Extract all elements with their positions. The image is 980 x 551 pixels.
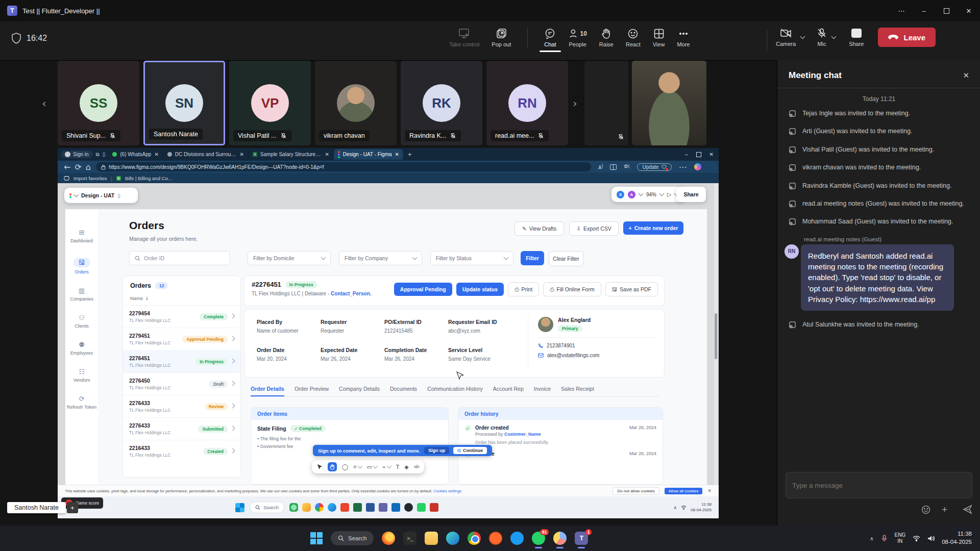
- titlebar-more-button[interactable]: ⋯: [890, 0, 913, 21]
- present-icon[interactable]: ▷: [667, 191, 671, 198]
- message-input[interactable]: [786, 472, 972, 498]
- fill-online-form-button[interactable]: ⎙Fill Online Form: [543, 282, 601, 296]
- presenter-expand-button[interactable]: +: [67, 502, 78, 513]
- print-button[interactable]: ⎙Print: [508, 282, 539, 296]
- order-row[interactable]: 2279451TL Flex Holdings LLC Approval Pen…: [123, 328, 240, 350]
- favorite-item[interactable]: Bills | Billing and Co...: [125, 176, 172, 181]
- tab-close-icon[interactable]: ✕: [239, 152, 243, 157]
- taskbar-clock[interactable]: 11:38 08-04-2025: [942, 530, 972, 546]
- sidebar-item-dashboard[interactable]: ⊞Dashboard: [65, 229, 98, 243]
- filter-company-select[interactable]: Filter by Company: [339, 251, 422, 265]
- order-row[interactable]: 2276433TL Flex Holdings LLC Review: [123, 395, 240, 418]
- camera-options-chevron[interactable]: [800, 34, 805, 39]
- chat-close-icon[interactable]: ✕: [963, 71, 969, 80]
- volume-icon[interactable]: [927, 535, 935, 542]
- figma-doc-toolbar[interactable]: Design - UAT ▯: [64, 188, 138, 203]
- deny-cookies-button[interactable]: Do not allow cookies: [612, 487, 659, 495]
- view-button[interactable]: View: [653, 29, 665, 47]
- video-tile[interactable]: vikram chavan: [315, 61, 397, 145]
- tab-sales-receipt[interactable]: Sales Receipt: [561, 386, 594, 396]
- browser-close-button[interactable]: ✕: [709, 152, 714, 157]
- brave-icon[interactable]: [489, 532, 502, 545]
- order-row[interactable]: 2216433TL Flex Holdings LLC Created: [123, 440, 240, 462]
- tab-actions-icon[interactable]: ▯: [103, 152, 106, 157]
- close-button[interactable]: ✕: [958, 0, 980, 21]
- layout-panel-icon[interactable]: ▯: [117, 193, 120, 198]
- filter-button[interactable]: Filter: [521, 251, 544, 265]
- browser-tab[interactable]: (6) WhatsApp✕: [108, 149, 163, 160]
- new-tab-button[interactable]: +: [408, 151, 412, 158]
- more-button[interactable]: More: [677, 29, 690, 47]
- browser-tab-active[interactable]: Design - UAT - Figma✕: [334, 149, 404, 160]
- people-button[interactable]: 10 People: [568, 29, 586, 47]
- start-button[interactable]: [310, 532, 323, 544]
- order-row[interactable]: 2276450TL Flex Holdings LLC Draft: [123, 373, 240, 395]
- maximize-button[interactable]: [935, 0, 958, 21]
- teams-icon[interactable]: T 1: [575, 532, 588, 545]
- react-button[interactable]: React: [626, 29, 641, 47]
- cookie-close-icon[interactable]: ✕: [707, 488, 712, 493]
- shape-tool[interactable]: ▭: [367, 464, 377, 470]
- refresh-icon[interactable]: ⟳: [75, 162, 81, 172]
- attach-plus-icon[interactable]: +: [942, 506, 947, 513]
- language-indicator[interactable]: ENGIN: [895, 532, 906, 545]
- video-tile[interactable]: SS Shivani Sup...: [58, 61, 139, 145]
- copilot-icon[interactable]: [694, 163, 701, 170]
- firefox-icon[interactable]: [382, 532, 395, 545]
- share-button[interactable]: Share: [849, 28, 864, 47]
- home-icon[interactable]: ⌂: [86, 162, 91, 172]
- pop-out-button[interactable]: Pop out: [492, 29, 511, 47]
- video-tile-partial[interactable]: [584, 61, 628, 145]
- view-drafts-button[interactable]: ✎View Drafts: [514, 221, 564, 236]
- approval-pending-button[interactable]: Approval Pending: [394, 283, 452, 296]
- sidebar-item-refresh-token[interactable]: ⟳Refresh Token: [65, 395, 98, 410]
- cookie-settings-link[interactable]: Cookies settings: [433, 489, 461, 493]
- google-continue-button[interactable]: G Continue: [453, 447, 487, 454]
- tab-close-icon[interactable]: ✕: [154, 152, 158, 157]
- filter-status-select[interactable]: Filter by Status: [430, 251, 513, 265]
- strip-scroll-left-button[interactable]: ‹: [42, 97, 46, 110]
- text-tool-icon[interactable]: T: [396, 464, 400, 470]
- browser-tab[interactable]: X Sample Salary Structure with calc✕: [249, 149, 334, 160]
- order-row[interactable]: 2276433TL Flex Holdings LLC Submitted: [123, 418, 240, 440]
- collaborator-avatar[interactable]: S: [617, 191, 624, 198]
- customer-name-link[interactable]: Customer_Name: [504, 432, 541, 437]
- mic-in-use-icon[interactable]: [881, 535, 888, 542]
- connector-tool[interactable]: ⌁: [382, 464, 391, 470]
- twitter-icon[interactable]: [510, 532, 524, 545]
- collaborators-chevron[interactable]: [639, 191, 644, 196]
- zoom-level[interactable]: 94%: [646, 192, 656, 197]
- name-column-header[interactable]: Name: [130, 295, 143, 301]
- favorite-item[interactable]: Import favorites: [74, 176, 107, 181]
- video-tile[interactable]: RK Ravindra K...: [401, 61, 482, 145]
- tab-documents[interactable]: Documents: [390, 386, 417, 396]
- wifi-icon[interactable]: [913, 535, 920, 541]
- tab-close-icon[interactable]: ✕: [325, 152, 329, 157]
- raise-hand-button[interactable]: Raise: [599, 29, 614, 47]
- video-tile-photo[interactable]: [632, 61, 706, 145]
- export-csv-button[interactable]: ⇩Export CSV: [569, 221, 619, 236]
- collaborator-avatar[interactable]: A: [628, 191, 635, 198]
- address-bar[interactable]: https://www.figma.com/design/9BKQ0FOHRWa…: [96, 162, 591, 171]
- strip-scroll-right-button[interactable]: ›: [573, 97, 577, 110]
- minimize-button[interactable]: –: [913, 0, 935, 21]
- tab-communication-history[interactable]: Communication History: [427, 386, 483, 396]
- browser-profile-button[interactable]: Sign in: [61, 151, 93, 158]
- send-icon[interactable]: [963, 505, 972, 514]
- code-tool-icon[interactable]: </>: [414, 464, 419, 469]
- contact-email[interactable]: alex@vstatefilings.com: [538, 353, 657, 358]
- component-tool-icon[interactable]: ◈: [404, 464, 408, 470]
- chrome-icon[interactable]: [468, 532, 481, 545]
- mic-button[interactable]: Mic: [817, 28, 827, 47]
- mic-options-chevron[interactable]: [831, 34, 837, 39]
- canvas-scrollbar-thumb[interactable]: [715, 313, 717, 359]
- doc-menu-chevron[interactable]: [74, 192, 79, 197]
- browser-minimize-button[interactable]: –: [685, 152, 688, 157]
- tab-account-rep[interactable]: Account Rep: [493, 386, 524, 396]
- edge-icon[interactable]: [446, 532, 459, 545]
- sidebar-item-companies[interactable]: ▥Companies: [65, 287, 98, 302]
- sidebar-item-employees[interactable]: ⚉Employees: [65, 341, 98, 356]
- tab-close-icon[interactable]: ✕: [395, 152, 399, 157]
- browser-tab[interactable]: DC Divisions and Surroundings✕: [163, 149, 249, 160]
- allow-cookies-button[interactable]: Allow all cookies: [665, 488, 703, 494]
